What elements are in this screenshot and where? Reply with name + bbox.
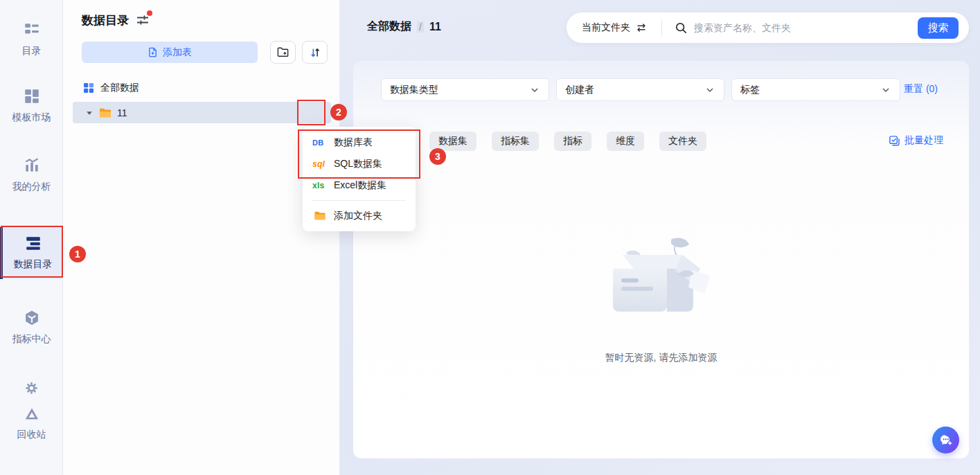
app-window: 目录 模板市场 我的分析 数据目录 指标中心 回收站 数据目录 xyxy=(0,0,980,475)
sql-icon: sql xyxy=(312,159,328,169)
sidebar-item-my-analysis[interactable]: 我的分析 xyxy=(0,156,63,193)
doc-plus-icon xyxy=(148,47,158,57)
sidebar-item-catalog[interactable]: 目录 xyxy=(0,21,63,57)
chip-dimension[interactable]: 维度 xyxy=(607,132,644,151)
menu-item-add-folder[interactable]: 添加文件夹 xyxy=(303,205,416,226)
search-toolbar: 当前文件夹 搜索 xyxy=(567,12,969,43)
data-catalog-panel: 数据目录 添加表 全部数据 11 + xyxy=(63,0,339,475)
menu-item-label: SQL数据集 xyxy=(334,158,382,170)
breadcrumb: 全部数据 / 11 xyxy=(367,19,441,34)
annotation-badge-1: 1 xyxy=(69,246,86,262)
batch-check-icon xyxy=(889,135,900,147)
menu-divider xyxy=(312,200,406,201)
recycle-bin-icon xyxy=(24,406,40,422)
menu-item-label: 数据库表 xyxy=(334,136,373,149)
breadcrumb-current: 11 xyxy=(429,21,441,33)
data-catalog-icon xyxy=(24,234,42,252)
select-value: 创建者 xyxy=(565,84,594,96)
search-icon xyxy=(675,21,688,35)
annotation-badge-2: 2 xyxy=(330,104,347,120)
folder-icon xyxy=(312,210,328,221)
sidebar-item-metric-center[interactable]: 指标中心 xyxy=(0,309,63,346)
chip-metric[interactable]: 指标 xyxy=(554,132,591,151)
caret-down-icon[interactable] xyxy=(85,109,93,117)
current-folder-toggle[interactable]: 当前文件夹 xyxy=(567,21,661,34)
asset-type-chips: 数据集 指标集 指标 维度 文件夹 xyxy=(429,132,706,151)
sidebar-item-label: 模板市场 xyxy=(12,111,51,124)
tag-select[interactable]: 标签 xyxy=(731,78,900,101)
menu-item-sql-dataset[interactable]: sql SQL数据集 xyxy=(303,153,416,174)
sidebar-item-label: 我的分析 xyxy=(12,181,51,193)
empty-state-text: 暂时无资源, 请先添加资源 xyxy=(605,352,718,364)
add-folder-button[interactable] xyxy=(270,41,296,64)
gear-icon xyxy=(24,380,39,396)
my-analysis-icon xyxy=(23,156,41,174)
tree-folder-label: 11 xyxy=(117,107,127,118)
notification-dot xyxy=(147,10,152,16)
metric-center-icon xyxy=(23,309,41,327)
reset-filters-link[interactable]: 重置 (0) xyxy=(904,83,938,96)
sidebar-item-data-catalog[interactable]: 数据目录 xyxy=(0,227,63,279)
tree-folder-row[interactable]: 11 xyxy=(73,102,331,123)
template-market-icon xyxy=(23,87,41,105)
sort-button[interactable] xyxy=(302,41,328,64)
sort-icon xyxy=(309,46,321,59)
catalog-icon xyxy=(23,21,41,39)
add-table-button[interactable]: 添加表 xyxy=(82,42,258,63)
sidebar-item-recycle-bin[interactable]: 回收站 xyxy=(0,406,63,441)
current-folder-label: 当前文件夹 xyxy=(582,21,630,34)
select-value: 数据集类型 xyxy=(390,84,438,96)
sidebar-item-label: 回收站 xyxy=(17,429,46,441)
menu-item-database-table[interactable]: DB 数据库表 xyxy=(303,132,416,153)
add-resource-dropdown-menu: DB 数据库表 sql SQL数据集 xls Excel数据集 添加文件夹 xyxy=(303,127,416,231)
left-nav-rail: 目录 模板市场 我的分析 数据目录 指标中心 回收站 xyxy=(0,0,63,475)
ai-chat-fab[interactable] xyxy=(932,427,959,454)
select-value: 标签 xyxy=(740,84,760,96)
sidebar-item-label: 目录 xyxy=(22,45,42,57)
folder-icon xyxy=(99,107,112,118)
chevron-down-icon xyxy=(529,84,540,96)
sidebar-item-settings[interactable] xyxy=(0,380,63,396)
menu-item-excel-dataset[interactable]: xls Excel数据集 xyxy=(303,174,416,196)
chat-sparkle-icon xyxy=(938,432,954,449)
breadcrumb-separator: / xyxy=(417,21,424,33)
xls-icon: xls xyxy=(312,181,328,190)
tree-root-label: 全部数据 xyxy=(100,82,139,94)
search-button[interactable]: 搜索 xyxy=(918,17,959,39)
sidebar-item-label: 指标中心 xyxy=(12,333,51,346)
chip-metric-set[interactable]: 指标集 xyxy=(492,132,539,151)
sidebar-item-label: 数据目录 xyxy=(14,258,53,271)
dataset-type-select[interactable]: 数据集类型 xyxy=(381,78,549,101)
all-data-grid-icon xyxy=(83,82,94,93)
empty-box-illustration xyxy=(599,235,724,332)
batch-process-button[interactable]: 批量处理 xyxy=(889,134,943,147)
tree-root-all-data[interactable]: 全部数据 xyxy=(73,77,331,98)
main-content: 全部数据 / 11 当前文件夹 搜索 数据集类型 创建者 xyxy=(339,0,980,475)
breadcrumb-root[interactable]: 全部数据 xyxy=(367,19,411,34)
swap-icon xyxy=(635,21,648,34)
chip-folder[interactable]: 文件夹 xyxy=(659,132,706,151)
asset-list-card: 数据集类型 创建者 标签 重置 (0) 数据集 指标集 指标 维度 文件夹 xyxy=(353,61,969,458)
chevron-down-icon xyxy=(880,84,891,96)
folder-plus-icon xyxy=(276,46,289,59)
creator-select[interactable]: 创建者 xyxy=(556,78,724,101)
menu-item-label: Excel数据集 xyxy=(334,179,386,192)
empty-state: 暂时无资源, 请先添加资源 xyxy=(353,235,969,364)
search-input[interactable] xyxy=(694,22,918,33)
chevron-down-icon xyxy=(704,84,715,96)
add-table-label: 添加表 xyxy=(163,46,192,59)
menu-item-label: 添加文件夹 xyxy=(334,210,382,222)
panel-settings-button[interactable] xyxy=(136,13,151,28)
db-icon: DB xyxy=(312,138,328,147)
sidebar-item-template-market[interactable]: 模板市场 xyxy=(0,87,63,124)
annotation-badge-3: 3 xyxy=(429,148,446,165)
batch-process-label: 批量处理 xyxy=(905,134,943,147)
panel-title: 数据目录 xyxy=(82,12,129,28)
